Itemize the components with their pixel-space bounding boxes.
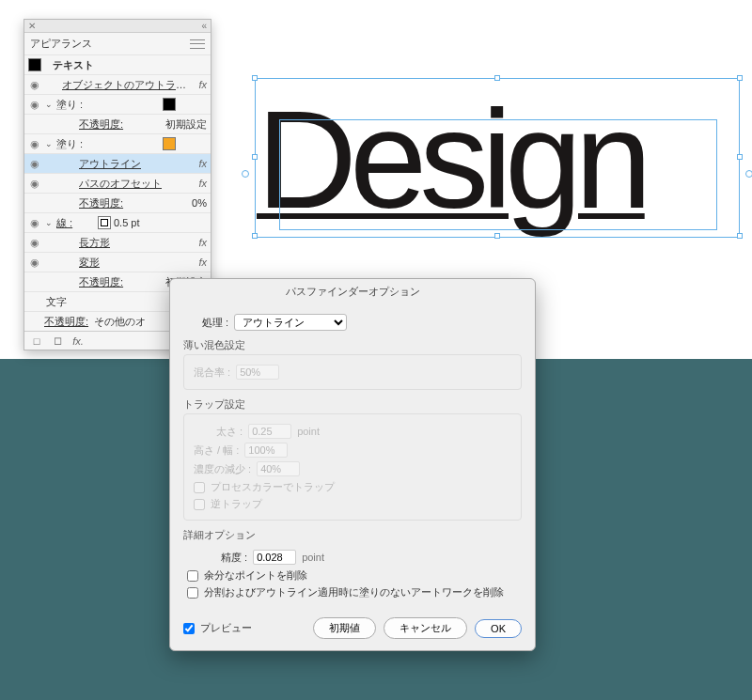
dialog-title: パスファインダーオプション [170, 279, 535, 304]
ok-button[interactable]: OK [475, 619, 522, 638]
effect-label[interactable]: パスのオフセット [79, 177, 191, 191]
disclosure-icon[interactable]: ⌄ [44, 218, 54, 227]
reverse-trap-checkbox [194, 499, 205, 510]
effect-label[interactable]: 長方形 [79, 236, 191, 250]
selection-handle[interactable] [737, 75, 743, 81]
fx-icon: fx [194, 257, 207, 268]
stroke-icon[interactable]: ◻ [51, 334, 64, 348]
disclosure-icon[interactable]: ⌄ [44, 100, 54, 109]
stroke-weight[interactable]: 0.5 pt [114, 217, 140, 228]
opacity-label[interactable]: 不透明度: [79, 275, 163, 289]
remove-extra-label: 余分なポイントを削除 [204, 568, 307, 583]
transform-effect-row[interactable]: ◉ 変形 fx [24, 252, 211, 272]
opacity-value: 初期設定 [165, 117, 207, 132]
stroke-row[interactable]: ◉ ⌄ 線 : 0.5 pt [24, 212, 211, 232]
visibility-toggle[interactable]: ◉ [28, 315, 41, 328]
offset-path-row[interactable]: ◉ パスのオフセット fx [24, 173, 211, 193]
visibility-toggle[interactable]: ◉ [28, 256, 41, 269]
remove-extra-row: 余分なポイントを削除 [187, 568, 518, 583]
fx-icon: fx [194, 158, 207, 169]
selection-handle[interactable] [494, 233, 500, 239]
pathfinder-options-dialog: パスファインダーオプション 処理 : アウトライン 薄い混色設定 混合率 : ト… [169, 278, 536, 651]
opacity-value: 0% [192, 197, 207, 209]
cancel-button[interactable]: キャンセル [384, 617, 467, 639]
reverse-trap-row: 逆トラップ [194, 497, 511, 511]
selection-handle[interactable] [252, 154, 258, 160]
operation-label: 処理 : [202, 316, 228, 330]
defaults-button[interactable]: 初期値 [313, 617, 376, 639]
panel-titlebar[interactable]: ✕ « [24, 20, 211, 33]
selection-handle[interactable] [737, 233, 743, 239]
fill-swatch[interactable] [163, 98, 176, 111]
opacity-label[interactable]: 不透明度: [79, 196, 189, 210]
precision-input[interactable] [253, 550, 296, 565]
visibility-toggle[interactable]: ◉ [28, 216, 41, 229]
preview-row: プレビュー [183, 621, 252, 635]
preview-label: プレビュー [200, 621, 252, 635]
mix-rate-label: 混合率 : [194, 366, 230, 380]
panel-tab: アピアランス [24, 33, 211, 54]
stroke-label[interactable]: 線 : [56, 216, 79, 230]
selection-handle[interactable] [252, 233, 258, 239]
softmix-title: 薄い混色設定 [183, 338, 522, 352]
visibility-toggle[interactable]: ◉ [28, 177, 41, 190]
effect-label[interactable]: 変形 [79, 256, 191, 270]
height-input [244, 443, 288, 458]
remove-extra-checkbox[interactable] [187, 570, 198, 582]
fx-icon: fx [194, 178, 207, 189]
visibility-toggle[interactable]: ◉ [28, 98, 41, 111]
panel-menu-icon[interactable] [190, 39, 205, 49]
visibility-toggle[interactable]: ◉ [28, 196, 41, 210]
mix-rate-input [236, 365, 279, 380]
anchor-right[interactable] [745, 170, 752, 178]
close-icon[interactable]: ✕ [28, 21, 36, 31]
target-label: テキスト [53, 58, 207, 72]
selection-handle[interactable] [494, 75, 500, 81]
remove-unpainted-row: 分割およびアウトライン適用時に塗りのないアートワークを削除 [187, 585, 518, 599]
visibility-toggle[interactable]: ◉ [28, 275, 41, 288]
selection-handle[interactable] [252, 75, 258, 81]
appearance-target-row[interactable]: テキスト [24, 54, 211, 74]
operation-select[interactable]: アウトライン [234, 314, 347, 331]
outline-effect-row[interactable]: ◉ アウトライン fx [24, 153, 211, 173]
visibility-toggle[interactable]: ◉ [28, 78, 41, 91]
opacity-label[interactable]: 不透明度: [44, 315, 91, 329]
reverse-trap-label: 逆トラップ [211, 497, 262, 511]
fx-icon: fx [194, 237, 207, 248]
rectangle-effect-row[interactable]: ◉ 長方形 fx [24, 232, 211, 252]
advanced-group: 精度 : point 余分なポイントを削除 分割およびアウトライン適用時に塗りの… [183, 544, 522, 608]
thickness-row: 太さ : point [194, 424, 511, 439]
reduce-label: 濃度の減少 : [194, 462, 251, 476]
fill-row-1[interactable]: ◉ ⌄ 塗り : [24, 94, 211, 114]
effect-label[interactable]: アウトライン [79, 157, 191, 171]
disclosure-icon[interactable]: ⌄ [44, 139, 54, 148]
collapse-icon[interactable]: « [201, 21, 207, 31]
panel-tab-label[interactable]: アピアランス [30, 37, 92, 51]
selection-handle[interactable] [737, 154, 743, 160]
preview-checkbox[interactable] [183, 623, 195, 634]
opacity-label[interactable]: 不透明度: [79, 117, 163, 132]
reduce-row: 濃度の減少 : [194, 461, 511, 476]
visibility-toggle[interactable]: ◉ [28, 157, 41, 170]
fill-swatch[interactable] [163, 137, 176, 150]
stroke-swatch[interactable] [98, 216, 111, 229]
visibility-toggle[interactable]: ◉ [28, 236, 41, 249]
opacity-row-1[interactable]: ◉ 不透明度: 初期設定 [24, 114, 211, 133]
softmix-group: 混合率 : [183, 354, 522, 390]
fx-icon[interactable]: fx. [71, 334, 85, 348]
visibility-toggle[interactable]: ◉ [28, 117, 41, 131]
process-color-trap-checkbox [194, 482, 205, 493]
object-outline-row[interactable]: ◉ オブジェクトのアウトライン fx [24, 74, 211, 94]
remove-unpainted-checkbox[interactable] [187, 587, 198, 599]
no-fill-icon[interactable]: □ [30, 334, 43, 348]
visibility-toggle[interactable]: ◉ [28, 137, 41, 150]
effect-label[interactable]: オブジェクトのアウトライン [62, 78, 191, 92]
operation-row: 処理 : アウトライン [202, 314, 522, 331]
anchor-left[interactable] [242, 170, 249, 178]
remove-unpainted-label: 分割およびアウトライン適用時に塗りのないアートワークを削除 [204, 585, 504, 599]
trap-title: トラップ設定 [183, 397, 522, 412]
opacity-row-2[interactable]: ◉ 不透明度: 0% [24, 193, 211, 212]
height-row: 高さ / 幅 : [194, 443, 511, 458]
canvas-artwork[interactable]: Design [257, 80, 738, 263]
fill-row-2[interactable]: ◉ ⌄ 塗り : [24, 133, 211, 153]
